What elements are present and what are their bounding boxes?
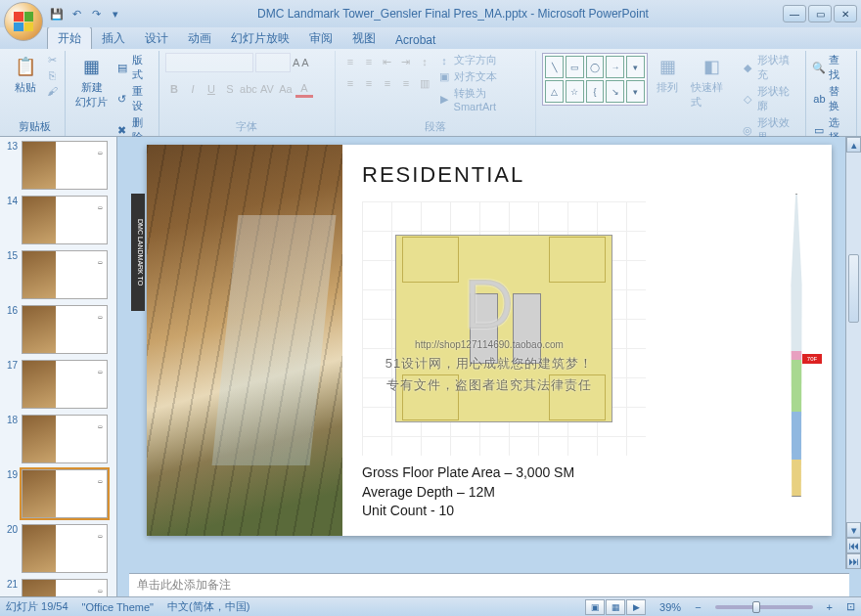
shadow-button[interactable]: abc bbox=[240, 80, 257, 98]
scroll-up-arrow[interactable]: ▴ bbox=[846, 137, 861, 153]
slide-editor: DMC LANDMARK TO RESIDENTIAL Gross Floor … bbox=[117, 137, 861, 596]
slideshow-view-button[interactable]: ▶ bbox=[626, 599, 646, 615]
minimize-button[interactable]: — bbox=[783, 5, 806, 22]
replace-button[interactable]: ab替换 bbox=[812, 84, 850, 113]
tab-review[interactable]: 审阅 bbox=[299, 27, 342, 49]
text-direction-button[interactable]: ↕文字方向 bbox=[437, 53, 529, 67]
slide-thumbnail[interactable]: ▭ bbox=[22, 305, 108, 354]
shrink-font-button[interactable]: A bbox=[301, 57, 308, 68]
thumb-row[interactable]: 16▭ bbox=[4, 305, 113, 354]
tab-slideshow[interactable]: 幻灯片放映 bbox=[221, 27, 299, 49]
scroll-thumb[interactable] bbox=[848, 254, 859, 323]
slide-canvas[interactable]: DMC LANDMARK TO RESIDENTIAL Gross Floor … bbox=[147, 145, 832, 536]
slide-thumbnail[interactable]: ▭ bbox=[22, 250, 108, 299]
slide-stage[interactable]: DMC LANDMARK TO RESIDENTIAL Gross Floor … bbox=[117, 137, 861, 569]
thumb-row[interactable]: 21▭ bbox=[4, 579, 113, 596]
fit-window-button[interactable]: ⊡ bbox=[846, 600, 855, 613]
scroll-down-arrow[interactable]: ▾ bbox=[846, 522, 861, 538]
align-left-button[interactable]: ≡ bbox=[341, 74, 359, 92]
align-text-button[interactable]: ▣对齐文本 bbox=[437, 69, 529, 84]
reset-button[interactable]: ↺重设 bbox=[115, 84, 153, 113]
underline-button[interactable]: U bbox=[203, 80, 220, 98]
maximize-button[interactable]: ▭ bbox=[808, 5, 832, 22]
numbering-button[interactable]: ≡ bbox=[360, 53, 378, 70]
zoom-level[interactable]: 39% bbox=[659, 601, 681, 613]
slide-thumbnail-panel[interactable]: 13▭14▭15▭16▭17▭18▭19▭20▭21▭ bbox=[0, 137, 117, 596]
arrange-button[interactable]: ▦排列 bbox=[652, 53, 683, 97]
zoom-slider[interactable] bbox=[715, 605, 813, 609]
indent-button[interactable]: ⇥ bbox=[397, 53, 415, 70]
thumb-row[interactable]: 13▭ bbox=[4, 141, 113, 190]
new-slide-button[interactable]: ▦新建 幻灯片 bbox=[71, 53, 112, 111]
next-slide-button[interactable]: ⏭ bbox=[846, 553, 861, 569]
brush-icon: 🖌 bbox=[45, 84, 59, 98]
slide-thumbnail[interactable]: ▭ bbox=[22, 196, 108, 244]
qat-more-icon[interactable]: ▾ bbox=[108, 6, 123, 22]
slide-thumbnail[interactable]: ▭ bbox=[22, 415, 108, 463]
spacing-button[interactable]: AV bbox=[258, 80, 276, 98]
tab-view[interactable]: 视图 bbox=[342, 27, 385, 49]
status-bar: 幻灯片 19/54 "Office Theme" 中文(简体，中国) ▣ ▦ ▶… bbox=[0, 596, 861, 616]
tab-insert[interactable]: 插入 bbox=[92, 27, 135, 49]
tab-acrobat[interactable]: Acrobat bbox=[385, 30, 445, 49]
find-button[interactable]: 🔍查找 bbox=[812, 53, 850, 82]
sorter-view-button[interactable]: ▦ bbox=[606, 599, 625, 615]
slide-thumbnail[interactable]: ▭ bbox=[22, 524, 108, 573]
thumb-row[interactable]: 20▭ bbox=[4, 524, 113, 573]
tab-design[interactable]: 设计 bbox=[135, 27, 178, 49]
layout-icon: ▤ bbox=[115, 61, 129, 74]
thumb-row[interactable]: 15▭ bbox=[4, 250, 113, 299]
normal-view-button[interactable]: ▣ bbox=[585, 599, 605, 615]
copy-button[interactable]: ⎘ bbox=[45, 68, 59, 82]
redo-icon[interactable]: ↷ bbox=[88, 6, 104, 22]
align-center-button[interactable]: ≡ bbox=[360, 74, 378, 92]
font-family-select[interactable] bbox=[165, 53, 253, 72]
justify-button[interactable]: ≡ bbox=[397, 74, 415, 92]
status-language[interactable]: 中文(简体，中国) bbox=[167, 599, 249, 614]
thumb-row[interactable]: 18▭ bbox=[4, 415, 113, 463]
columns-button[interactable]: ▥ bbox=[416, 74, 433, 92]
paste-button[interactable]: 📋粘贴 bbox=[10, 53, 41, 97]
italic-button[interactable]: I bbox=[184, 80, 202, 98]
close-button[interactable]: ✕ bbox=[834, 5, 857, 22]
tab-animations[interactable]: 动画 bbox=[178, 27, 221, 49]
thumb-row[interactable]: 17▭ bbox=[4, 360, 113, 409]
shapes-gallery[interactable]: ╲▭◯→▾ △☆{↘▾ bbox=[542, 53, 648, 106]
prev-slide-button[interactable]: ⏮ bbox=[846, 538, 861, 553]
zoom-knob[interactable] bbox=[752, 601, 760, 613]
line-spacing-button[interactable]: ↕ bbox=[416, 53, 433, 70]
slide-thumbnail[interactable]: ▭ bbox=[22, 579, 108, 596]
slide-thumbnail[interactable]: ▭ bbox=[22, 469, 108, 518]
save-icon[interactable]: 💾 bbox=[49, 6, 65, 22]
zoom-in-button[interactable]: + bbox=[827, 601, 833, 613]
office-button[interactable] bbox=[4, 2, 43, 41]
font-size-select[interactable] bbox=[255, 53, 291, 72]
thumb-row[interactable]: 19▭ bbox=[4, 469, 113, 518]
quick-styles-button[interactable]: ◧快速样式 bbox=[687, 53, 737, 111]
notes-pane[interactable]: 单击此处添加备注 bbox=[129, 573, 849, 596]
undo-icon[interactable]: ↶ bbox=[68, 6, 84, 22]
tab-home[interactable]: 开始 bbox=[47, 26, 92, 49]
slide-thumbnail[interactable]: ▭ bbox=[22, 360, 108, 409]
format-painter-button[interactable]: 🖌 bbox=[45, 84, 59, 98]
shape-outline-button[interactable]: ◇形状轮廓 bbox=[741, 84, 799, 113]
strike-button[interactable]: S bbox=[221, 80, 239, 98]
vertical-scrollbar[interactable]: ▴ ▾ ⏮ ⏭ bbox=[845, 137, 861, 569]
bullets-button[interactable]: ≡ bbox=[341, 53, 359, 70]
case-button[interactable]: Aa bbox=[277, 80, 295, 98]
paste-icon: 📋 bbox=[14, 55, 37, 78]
bold-button[interactable]: B bbox=[165, 80, 183, 98]
layout-button[interactable]: ▤版式 bbox=[115, 53, 153, 82]
smartart-button[interactable]: ▶转换为 SmartArt bbox=[437, 86, 529, 112]
thumb-row[interactable]: 14▭ bbox=[4, 196, 113, 244]
grow-font-button[interactable]: A bbox=[293, 57, 299, 68]
outdent-button[interactable]: ⇤ bbox=[379, 53, 396, 70]
font-color-button[interactable]: A bbox=[295, 80, 313, 98]
align-right-button[interactable]: ≡ bbox=[379, 74, 396, 92]
slide-thumbnail[interactable]: ▭ bbox=[22, 141, 108, 190]
zoom-out-button[interactable]: − bbox=[695, 601, 701, 613]
cut-button[interactable]: ✂ bbox=[45, 53, 59, 66]
ribbon-tabs: 开始 插入 设计 动画 幻灯片放映 审阅 视图 Acrobat bbox=[0, 27, 861, 49]
tower-elevation: 70F bbox=[775, 194, 816, 497]
shape-fill-button[interactable]: ◆形状填充 bbox=[741, 53, 799, 82]
